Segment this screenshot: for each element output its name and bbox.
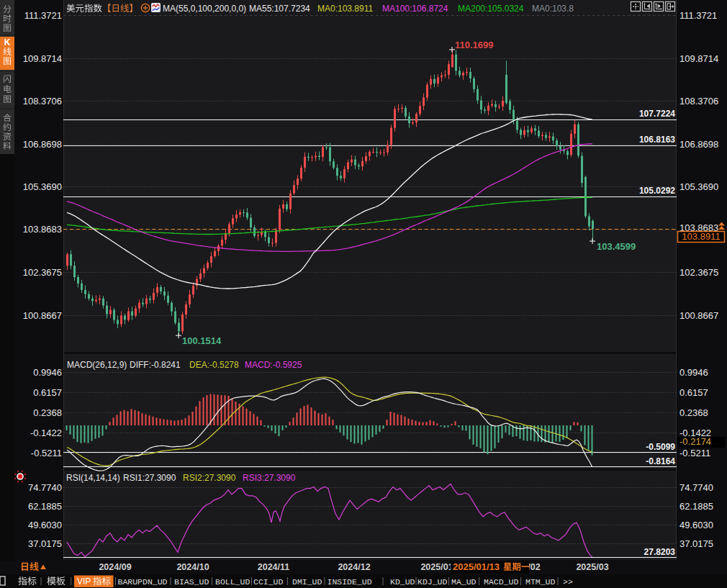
svg-text:-0.5211: -0.5211 (679, 448, 710, 458)
svg-text:-0.5211: -0.5211 (31, 448, 62, 458)
svg-text:DMI_UD: DMI_UD (292, 577, 322, 587)
svg-text:100.8667: 100.8667 (679, 310, 718, 321)
svg-text:103.8911: 103.8911 (682, 231, 720, 242)
svg-text:110.1699: 110.1699 (455, 40, 494, 50)
svg-text:37.0175: 37.0175 (679, 538, 713, 549)
svg-text:BARUPDN_UD: BARUPDN_UD (118, 577, 168, 587)
svg-text:MA200:105.0324: MA200:105.0324 (458, 4, 524, 14)
svg-text:111.3721: 111.3721 (679, 10, 717, 21)
svg-text:0.2368: 0.2368 (33, 407, 62, 418)
svg-text:2024/09: 2024/09 (99, 562, 131, 572)
svg-text:2024/10: 2024/10 (176, 562, 209, 572)
svg-text:KDJ_UD: KDJ_UD (417, 577, 448, 587)
svg-text:106.8163: 106.8163 (639, 135, 675, 145)
svg-text:-0.1422: -0.1422 (30, 428, 62, 438)
svg-text:2024/11: 2024/11 (258, 562, 290, 572)
svg-text:MA0:103.8911: MA0:103.8911 (317, 4, 373, 14)
svg-text:RSI3:27.3090: RSI3:27.3090 (243, 473, 296, 483)
svg-text:74.7740: 74.7740 (28, 482, 62, 493)
svg-text:62.1885: 62.1885 (28, 501, 62, 512)
svg-text:INSIDE_UD: INSIDE_UD (328, 577, 372, 587)
svg-text:MA100:106.8724: MA100:106.8724 (382, 4, 448, 14)
svg-text:106.8698: 106.8698 (23, 139, 62, 150)
svg-text:108.3706: 108.3706 (679, 96, 718, 107)
svg-text:KD_UD: KD_UD (390, 577, 415, 587)
svg-text:MA0:103.8: MA0:103.8 (532, 4, 574, 14)
svg-text:0.6157: 0.6157 (33, 387, 62, 398)
svg-text:VIP: VIP (77, 576, 91, 587)
svg-text:102.3675: 102.3675 (679, 267, 718, 278)
svg-text:37.0175: 37.0175 (28, 538, 62, 549)
svg-text:108.3706: 108.3706 (23, 96, 62, 107)
svg-text:49.6030: 49.6030 (28, 520, 62, 530)
svg-text:105.3690: 105.3690 (23, 181, 62, 192)
svg-text:RSI2:27.3090: RSI2:27.3090 (183, 473, 236, 483)
svg-text:MACD_UD: MACD_UD (484, 577, 518, 587)
svg-text:K: K (4, 37, 11, 48)
svg-text:103.4599: 103.4599 (597, 241, 636, 252)
svg-text:>>: >> (563, 577, 573, 587)
svg-text:105.0292: 105.0292 (639, 186, 675, 196)
svg-text:MTM_UD: MTM_UD (525, 577, 556, 587)
svg-text:BIAS_UD: BIAS_UD (174, 577, 209, 587)
svg-text:100.1514: 100.1514 (182, 335, 222, 346)
svg-text:109.8714: 109.8714 (679, 53, 718, 64)
svg-text:2024/12: 2024/12 (338, 562, 370, 572)
svg-text:27.8203: 27.8203 (644, 547, 676, 557)
svg-text:-0.5099: -0.5099 (646, 442, 675, 452)
svg-text:MACD:-0.5925: MACD:-0.5925 (245, 360, 302, 370)
svg-text:MA_UD: MA_UD (451, 577, 477, 587)
svg-text:103.8683: 103.8683 (23, 224, 62, 235)
svg-text:0.9946: 0.9946 (33, 367, 62, 378)
svg-text:2025/01: 2025/01 (420, 562, 453, 572)
svg-text:CCI_UD: CCI_UD (253, 577, 284, 587)
svg-text:107.7224: 107.7224 (639, 109, 675, 119)
svg-text:111.3721: 111.3721 (24, 10, 62, 21)
svg-text:MA(55,0,100,200,0,0): MA(55,0,100,200,0,0) (163, 4, 246, 14)
svg-text:DEA:-0.5278: DEA:-0.5278 (189, 360, 239, 370)
svg-text:RSI1:27.3090: RSI1:27.3090 (123, 473, 176, 483)
svg-text:106.8698: 106.8698 (679, 139, 718, 150)
svg-text:102.3675: 102.3675 (23, 267, 62, 278)
svg-text:BOLL_UD: BOLL_UD (215, 577, 250, 587)
svg-text:2025/01/13: 2025/01/13 (453, 561, 500, 572)
svg-text:0.2368: 0.2368 (679, 407, 708, 418)
svg-text:0.6157: 0.6157 (679, 387, 708, 398)
svg-text:74.7740: 74.7740 (679, 482, 713, 493)
svg-text:DIFF:-0.8241: DIFF:-0.8241 (130, 360, 181, 370)
svg-text:2025/03: 2025/03 (576, 562, 608, 572)
svg-text:0.9946: 0.9946 (679, 367, 708, 378)
svg-text:MACD(26,12,9): MACD(26,12,9) (67, 360, 127, 370)
svg-text:49.6030: 49.6030 (679, 520, 713, 530)
svg-text:100.8667: 100.8667 (23, 310, 62, 321)
svg-text:MA55:107.7234: MA55:107.7234 (249, 4, 310, 14)
svg-text:62.1885: 62.1885 (679, 501, 713, 512)
svg-text:-0.8164: -0.8164 (646, 456, 675, 466)
svg-text:105.3690: 105.3690 (679, 181, 718, 192)
svg-text:109.8714: 109.8714 (23, 53, 62, 64)
svg-text:RSI(14,14,14): RSI(14,14,14) (66, 473, 120, 483)
svg-text:-0.2174: -0.2174 (679, 436, 711, 447)
